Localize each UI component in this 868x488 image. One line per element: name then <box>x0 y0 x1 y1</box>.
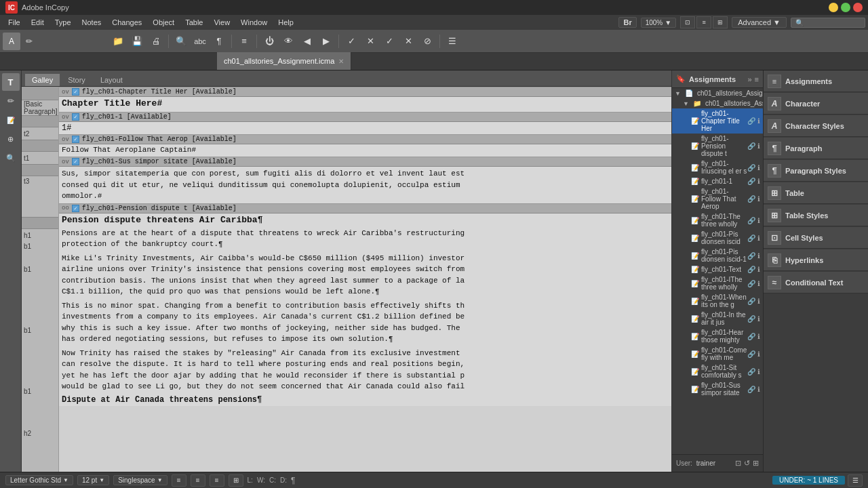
tool-find[interactable]: 🔍 <box>172 33 190 50</box>
view-btn-3[interactable]: ⊞ <box>713 16 728 28</box>
view-btn-1[interactable]: ⊡ <box>680 16 695 28</box>
zoom-dropdown[interactable]: 100% ▼ <box>641 18 676 28</box>
tree-item-11[interactable]: 📝 fly_ch01-In the air it jus 🔗 ℹ <box>672 310 763 327</box>
footer-btn-2[interactable]: ↺ <box>744 459 750 468</box>
view-controls[interactable]: ⊡ ≡ ⊞ <box>680 16 728 28</box>
editor-area[interactable]: ov ✓ fly_ch01-Chapter Title Her [Availab… <box>59 87 671 472</box>
tool-pen[interactable]: ✏ <box>20 33 38 50</box>
tree-item-12[interactable]: 📝 fly_ch01-Hear those mighty 🔗 ℹ <box>672 327 763 345</box>
assignments-menu-icon[interactable]: ≡ <box>755 75 759 83</box>
block-line-b1-3[interactable]: 926 This is no minor spat. Changing from… <box>59 299 671 346</box>
block-line-b1-2[interactable]: Mike Li's Trinity Investments, Air Caibb… <box>59 251 671 299</box>
tool-pilcrow[interactable]: ¶ <box>210 33 228 50</box>
menu-type[interactable]: Type <box>50 17 77 28</box>
block-line-b1-1[interactable]: Pensions are at the heart of a dispute t… <box>59 226 671 251</box>
tool-lines[interactable]: ≡ <box>235 33 253 50</box>
item-info-icon-0[interactable]: ℹ <box>757 117 760 125</box>
item-info-icon-12[interactable]: ℹ <box>757 333 760 340</box>
menu-help[interactable]: Help <box>273 17 299 28</box>
block-checkbox-5[interactable]: ✓ <box>72 205 79 212</box>
item-link-icon-6[interactable]: 🔗 <box>747 235 755 242</box>
tool-check[interactable]: ✓ <box>342 33 360 50</box>
tool-type[interactable]: T <box>2 73 20 91</box>
item-link-icon-9[interactable]: 🔗 <box>747 280 755 287</box>
tool-mark1[interactable]: ✓ <box>380 33 398 50</box>
block-content-4[interactable]: Sus, simpor sitatemperia que con porest,… <box>59 167 671 203</box>
size-dropdown[interactable]: 12 pt ▼ <box>77 475 109 485</box>
maximize-button[interactable] <box>841 3 850 12</box>
item-info-icon-7[interactable]: ℹ <box>757 252 760 260</box>
tree-item-3[interactable]: 📝 fly_ch01-1 🔗 ℹ <box>672 176 763 186</box>
menu-edit[interactable]: Edit <box>26 17 50 28</box>
tool-open[interactable]: 📁 <box>109 33 127 50</box>
item-link-icon-10[interactable]: 🔗 <box>747 298 755 305</box>
tool-cross[interactable]: ✕ <box>361 33 379 50</box>
minimize-button[interactable] <box>829 3 838 12</box>
tree-item-5[interactable]: 📝 fly_ch01-The three wholly 🔗 ℹ <box>672 211 763 229</box>
tool-select[interactable]: A <box>3 33 20 50</box>
item-info-icon-13[interactable]: ℹ <box>757 350 760 358</box>
item-link-icon-14[interactable]: 🔗 <box>747 368 755 375</box>
block-content-2[interactable]: 1# <box>59 122 671 134</box>
item-info-icon-5[interactable]: ℹ <box>757 217 760 224</box>
block-line-h1[interactable]: Pension dispute threatens Air Caribba¶ <box>59 214 671 226</box>
font-dropdown[interactable]: Letter Gothic Std ▼ <box>5 475 73 485</box>
item-link-icon-11[interactable]: 🔗 <box>747 315 755 323</box>
tree-item-0[interactable]: 📝 fly_ch01-Chapter Title Her 🔗 ℹ <box>672 108 763 134</box>
item-info-icon-11[interactable]: ℹ <box>757 315 760 323</box>
item-info-icon-1[interactable]: ℹ <box>757 142 760 150</box>
tool-save[interactable]: 💾 <box>128 33 146 50</box>
tool-mark3[interactable]: ⊘ <box>418 33 436 50</box>
tool-power[interactable]: ⏻ <box>260 33 278 50</box>
menu-view[interactable]: View <box>208 17 235 28</box>
align-left[interactable]: ≡ <box>172 474 186 487</box>
block-line-b1-4[interactable]: 1248 Now Trinity has raised the stakes b… <box>59 346 671 394</box>
styles-table-styles[interactable]: ⊞ Table Styles <box>764 205 868 226</box>
search-box[interactable]: 🔍 <box>791 18 865 28</box>
advanced-dropdown[interactable]: Advanced ▼ <box>732 17 787 28</box>
item-info-icon-14[interactable]: ℹ <box>757 368 760 375</box>
tab-close-icon[interactable]: ✕ <box>338 58 344 65</box>
menu-changes[interactable]: Changes <box>106 17 147 28</box>
item-info-icon-3[interactable]: ℹ <box>757 178 760 185</box>
item-info-icon-6[interactable]: ℹ <box>757 235 760 242</box>
item-link-icon-12[interactable]: 🔗 <box>747 333 755 340</box>
tool-zoom-out[interactable]: 🔍 <box>2 149 20 167</box>
tree-item-15[interactable]: 📝 fly_ch01-Sus simpor sitate 🔗 ℹ <box>672 380 763 398</box>
item-link-icon-5[interactable]: 🔗 <box>747 217 755 224</box>
item-link-icon-2[interactable]: 🔗 <box>747 164 755 171</box>
block-checkbox-3[interactable]: ✓ <box>72 136 79 143</box>
menu-notes[interactable]: Notes <box>77 17 107 28</box>
menu-file[interactable]: File <box>3 17 26 28</box>
block-checkbox-1[interactable]: ✓ <box>72 88 79 96</box>
tree-item-7[interactable]: 📝 fly_ch01-Pis dionsen iscid-1 🔗 ℹ <box>672 247 763 264</box>
item-link-icon-0[interactable]: 🔗 <box>747 117 755 125</box>
footer-btn-3[interactable]: ⊞ <box>753 459 759 468</box>
window-controls[interactable] <box>829 3 863 12</box>
styles-table[interactable]: ⊞ Table <box>764 182 868 204</box>
item-info-icon-10[interactable]: ℹ <box>757 298 760 305</box>
tree-root[interactable]: ▼ 📄 ch01_allstories_Assignment.icma <box>672 88 763 98</box>
menu-window[interactable]: Window <box>235 17 273 28</box>
block-content-1[interactable]: Chapter Title Here# <box>59 97 671 112</box>
menu-object[interactable]: Object <box>147 17 180 28</box>
tree-item-13[interactable]: 📝 fly_ch01-Come fly with me 🔗 ℹ <box>672 345 763 363</box>
close-button[interactable] <box>853 3 863 12</box>
active-tab[interactable]: ch01_allstories_Assignment.icma ✕ <box>217 52 351 70</box>
tree-folder[interactable]: ▼ 📁 ch01_allstories_Assignment <box>672 98 763 108</box>
tree-item-10[interactable]: 📝 fly_ch01-When its on the g 🔗 ℹ <box>672 292 763 310</box>
item-link-icon-13[interactable]: 🔗 <box>747 350 755 358</box>
styles-hyperlinks[interactable]: ⎘ Hyperlinks <box>764 249 868 271</box>
tree-item-2[interactable]: 📝 fly_ch01-Iriuscing el er s 🔗 ℹ <box>672 159 763 176</box>
tool-zoom-in[interactable]: ⊕ <box>2 130 20 148</box>
tool-menu[interactable]: ☰ <box>443 33 461 50</box>
tree-item-8[interactable]: 📝 fly_ch01-Text 🔗 ℹ <box>672 264 763 274</box>
styles-conditional-text[interactable]: ≈ Conditional Text <box>764 272 868 293</box>
item-info-icon-15[interactable]: ℹ <box>757 386 760 393</box>
menu-table[interactable]: Table <box>180 17 208 28</box>
assignments-expand-icon[interactable]: » <box>747 75 751 83</box>
block-checkbox-2[interactable]: ✓ <box>72 113 79 121</box>
item-link-icon-4[interactable]: 🔗 <box>747 195 755 203</box>
tree-item-4[interactable]: 📝 fly_ch01-Follow That Aerop 🔗 ℹ <box>672 186 763 211</box>
tool-note[interactable]: 📝 <box>2 111 20 129</box>
